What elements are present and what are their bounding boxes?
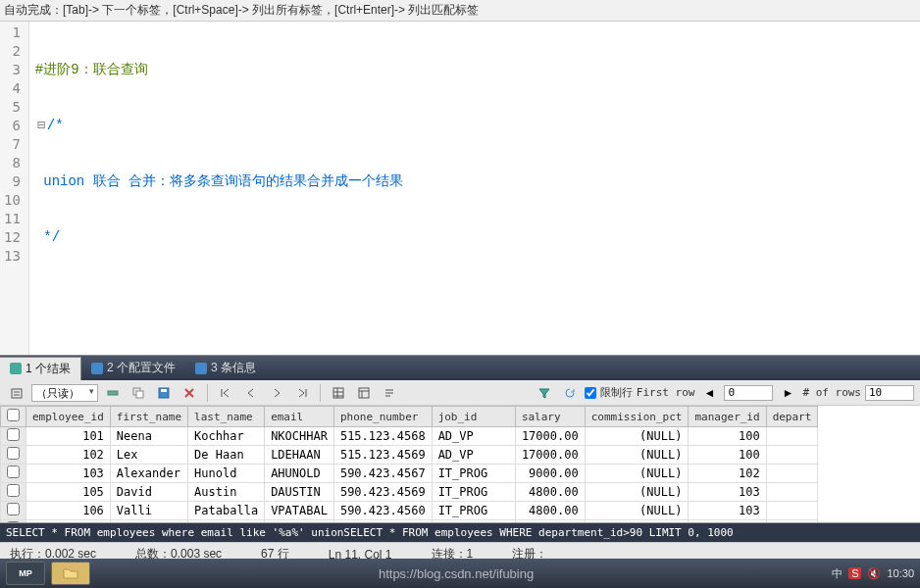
tray-icon[interactable]: 中 [832, 566, 843, 581]
cell-manager_id[interactable]: 103 [689, 483, 766, 502]
results-grid-wrap[interactable]: employee_id first_name last_name email p… [0, 406, 920, 523]
cell-employee_id[interactable]: 102 [26, 446, 111, 465]
col-commission_pct[interactable]: commission_pct [585, 407, 689, 427]
cell-last_name[interactable]: Pataballa [188, 502, 265, 520]
system-tray[interactable]: 中 S 🔇 10:30 [832, 566, 914, 581]
cell-salary[interactable]: 4800.00 [515, 483, 585, 502]
cell-email[interactable]: AHUNOLD [265, 465, 334, 483]
export-button[interactable] [6, 383, 27, 403]
cell-commission_pct[interactable]: (NULL) [585, 427, 689, 446]
cell-last_name[interactable]: Hunold [188, 465, 265, 483]
col-phone_number[interactable]: phone_number [333, 407, 432, 427]
tray-icon[interactable]: S [848, 567, 861, 579]
cell-salary[interactable]: 17000.00 [515, 427, 585, 446]
cell-depart[interactable] [766, 483, 818, 502]
cell-first_name[interactable]: Neena [110, 427, 187, 446]
cell-job_id[interactable]: AD_VP [432, 446, 515, 465]
tray-icon[interactable]: 🔇 [867, 567, 881, 580]
cell-salary[interactable]: 9000.00 [515, 465, 585, 483]
grid-view-button[interactable] [328, 383, 349, 403]
taskbar-app-explorer[interactable] [51, 562, 90, 585]
cell-phone_number[interactable]: 515.123.4568 [333, 427, 432, 446]
col-first_name[interactable]: first_name [110, 407, 187, 427]
cell-first_name[interactable]: Lex [110, 446, 187, 465]
table-row[interactable]: 101 Neena Kochhar NKOCHHAR 515.123.4568 … [1, 427, 818, 446]
table-row[interactable]: 105 David Austin DAUSTIN 590.423.4569 IT… [1, 483, 818, 502]
code-editor[interactable]: 12345678910111213 #进阶9：联合查询 ⊟/* union 联合… [0, 22, 920, 355]
cell-salary[interactable]: 17000.00 [515, 446, 585, 465]
cell-commission_pct[interactable]: (NULL) [585, 465, 689, 483]
cell-job_id[interactable]: IT_PROG [432, 483, 515, 502]
cell-salary[interactable]: 4800.00 [515, 502, 585, 520]
tab-messages-3[interactable]: 3 条信息 [185, 357, 266, 379]
insert-row-button[interactable] [102, 383, 124, 403]
firstrow-prev-button[interactable]: ◄ [698, 383, 720, 403]
col-email[interactable]: email [265, 407, 334, 427]
row-checkbox[interactable] [1, 427, 26, 446]
clock[interactable]: 10:30 [887, 567, 914, 579]
table-row[interactable]: 103 Alexander Hunold AHUNOLD 590.423.456… [1, 465, 818, 483]
cell-first_name[interactable]: Valli [110, 502, 187, 520]
fold-icon[interactable]: ⊟ [35, 117, 47, 135]
row-checkbox[interactable] [1, 465, 26, 483]
select-all-checkbox[interactable] [1, 407, 26, 427]
cell-employee_id[interactable]: 101 [26, 427, 111, 446]
cell-phone_number[interactable]: 590.423.4567 [333, 465, 432, 483]
code-content[interactable]: #进阶9：联合查询 ⊟/* union 联合 合并：将多条查询语句的结果合并成一… [29, 22, 601, 355]
cell-job_id[interactable]: AD_VP [432, 427, 515, 446]
col-employee_id[interactable]: employee_id [26, 407, 111, 427]
col-last_name[interactable]: last_name [188, 407, 265, 427]
cell-depart[interactable] [766, 427, 818, 446]
text-view-button[interactable] [379, 383, 400, 403]
row-checkbox[interactable] [1, 446, 26, 465]
cell-manager_id[interactable]: 100 [689, 446, 766, 465]
firstrow-input[interactable] [724, 385, 773, 401]
row-checkbox[interactable] [1, 483, 26, 502]
col-salary[interactable]: salary [515, 407, 585, 427]
cell-email[interactable]: NKOCHHAR [265, 427, 334, 446]
cell-email[interactable]: VPATABAL [265, 502, 334, 520]
form-view-button[interactable] [353, 383, 375, 403]
cell-last_name[interactable]: Austin [188, 483, 265, 502]
table-row[interactable]: 106 Valli Pataballa VPATABAL 590.423.456… [1, 502, 818, 520]
last-page-button[interactable] [291, 383, 313, 403]
cell-depart[interactable] [766, 502, 818, 520]
cell-phone_number[interactable]: 590.423.4569 [333, 483, 432, 502]
filter-button[interactable] [534, 383, 555, 403]
taskbar-app-mp[interactable]: MP [6, 562, 45, 585]
cell-email[interactable]: DAUSTIN [265, 483, 334, 502]
col-job_id[interactable]: job_id [432, 407, 515, 427]
mode-combo[interactable]: （只读） [31, 384, 98, 402]
cell-commission_pct[interactable]: (NULL) [585, 483, 689, 502]
col-manager_id[interactable]: manager_id [689, 407, 766, 427]
cell-job_id[interactable]: IT_PROG [432, 502, 515, 520]
tab-profile-2[interactable]: 2 个配置文件 [81, 357, 185, 379]
cell-employee_id[interactable]: 103 [26, 465, 111, 483]
tab-result-1[interactable]: 1 个结果 [0, 357, 81, 380]
cell-last_name[interactable]: Kochhar [188, 427, 265, 446]
cell-employee_id[interactable]: 106 [26, 502, 111, 520]
cell-job_id[interactable]: IT_PROG [432, 465, 515, 483]
cell-commission_pct[interactable]: (NULL) [585, 446, 689, 465]
cell-phone_number[interactable]: 515.123.4569 [333, 446, 432, 465]
delete-row-button[interactable] [179, 383, 200, 403]
first-page-button[interactable] [215, 383, 236, 403]
cell-depart[interactable] [766, 465, 818, 483]
col-depart[interactable]: depart [766, 407, 818, 427]
cell-manager_id[interactable]: 103 [689, 502, 766, 520]
cell-commission_pct[interactable]: (NULL) [585, 502, 689, 520]
refresh-button[interactable] [559, 383, 581, 403]
firstrow-next-button[interactable]: ► [777, 383, 798, 403]
numrows-input[interactable] [865, 385, 914, 401]
cell-phone_number[interactable]: 590.423.4560 [333, 502, 432, 520]
limit-rows-checkbox[interactable] [585, 387, 596, 399]
save-button[interactable] [153, 383, 175, 403]
cell-manager_id[interactable]: 100 [689, 427, 766, 446]
prev-page-button[interactable] [240, 383, 262, 403]
copy-row-button[interactable] [128, 383, 149, 403]
cell-email[interactable]: LDEHAAN [265, 446, 334, 465]
table-row[interactable]: 102 Lex De Haan LDEHAAN 515.123.4569 AD_… [1, 446, 818, 465]
row-checkbox[interactable] [1, 502, 26, 520]
results-grid[interactable]: employee_id first_name last_name email p… [0, 406, 818, 523]
next-page-button[interactable] [266, 383, 287, 403]
